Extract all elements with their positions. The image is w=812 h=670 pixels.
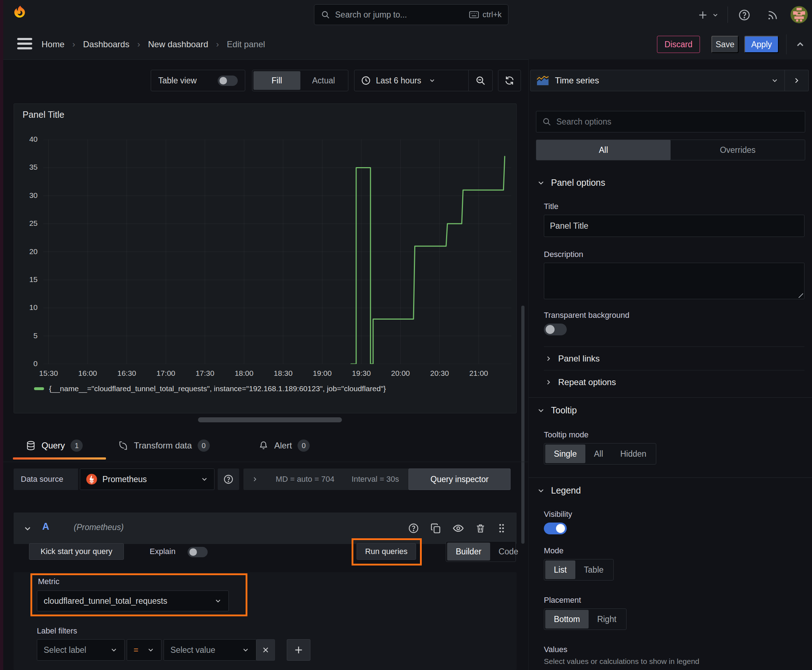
panel-title-input[interactable] — [544, 215, 805, 237]
chevron-down-icon — [214, 597, 222, 605]
datasource-help-button[interactable] — [218, 469, 239, 490]
query-help-button[interactable] — [408, 523, 419, 534]
chart-legend-item[interactable]: {__name__="cloudflared_tunnel_total_requ… — [34, 384, 386, 393]
breadcrumb-new-dashboard[interactable]: New dashboard — [148, 39, 208, 49]
time-range-picker[interactable]: Last 6 hours — [354, 70, 468, 91]
panel-links-section-header[interactable]: Panel links — [544, 354, 600, 364]
datasource-picker[interactable]: Prometheus — [80, 469, 214, 490]
user-avatar[interactable] — [790, 6, 808, 23]
legend-mode-list[interactable]: List — [545, 560, 575, 579]
collapse-header-button[interactable] — [792, 37, 809, 52]
run-queries-button[interactable]: Run queries — [357, 543, 416, 560]
legend-placement-right[interactable]: Right — [588, 610, 625, 628]
toggle-viz-suggestions-button[interactable] — [785, 70, 809, 91]
divider — [544, 347, 805, 347]
kick-start-query-button[interactable]: Kick start your query — [29, 543, 124, 560]
save-button[interactable]: Save — [711, 36, 739, 53]
refresh-icon — [504, 75, 515, 86]
active-tab-indicator — [13, 457, 106, 460]
help-button[interactable] — [736, 7, 753, 23]
metric-select[interactable]: cloudflared_tunnel_total_requests — [37, 590, 229, 611]
code-option[interactable]: Code — [490, 543, 527, 560]
breadcrumb-separator: › — [72, 39, 75, 49]
x-axis-label: 21:00 — [461, 369, 497, 377]
table-view-toggle[interactable]: Table view — [151, 70, 245, 91]
x-axis-label: 20:30 — [422, 369, 458, 377]
toggle-query-visibility-button[interactable] — [452, 522, 464, 535]
legend-visibility-switch[interactable] — [544, 523, 567, 535]
explain-switch[interactable] — [188, 547, 208, 557]
tab-alert[interactable]: Alert 0 — [258, 431, 310, 460]
repeat-options-heading: Repeat options — [558, 377, 616, 387]
legend-heading: Legend — [551, 485, 581, 496]
zoom-out-time-button[interactable] — [468, 70, 492, 91]
operator-dropdown[interactable]: = — [127, 639, 161, 661]
tab-overrides[interactable]: Overrides — [671, 140, 805, 160]
time-series-plot[interactable] — [43, 140, 511, 364]
options-filter-tabs: All Overrides — [536, 140, 805, 160]
search-icon — [321, 10, 330, 19]
delete-query-button[interactable] — [475, 523, 486, 534]
global-search-input[interactable]: Search or jump to... ctrl+k — [314, 4, 509, 25]
pane-resize-handle[interactable] — [198, 417, 342, 422]
remove-filter-button[interactable] — [256, 639, 275, 661]
apply-button[interactable]: Apply — [744, 36, 779, 53]
fill-option[interactable]: Fill — [253, 71, 300, 90]
scrollbar-thumb[interactable] — [521, 306, 524, 544]
collapse-query-button[interactable] — [22, 523, 34, 535]
transparent-background-switch[interactable] — [544, 323, 567, 335]
metric-value: cloudflared_tunnel_total_requests — [44, 596, 167, 606]
add-new-button[interactable] — [694, 7, 722, 23]
discard-button[interactable]: Discard — [657, 36, 700, 53]
duplicate-query-button[interactable] — [430, 523, 441, 534]
grafana-logo-icon[interactable] — [11, 4, 29, 24]
drag-query-handle[interactable] — [497, 523, 507, 534]
options-search-input[interactable]: Search options — [536, 111, 805, 132]
news-rss-button[interactable] — [764, 7, 780, 23]
legend-visibility-label: Visibility — [544, 510, 572, 519]
breadcrumb-home[interactable]: Home — [42, 39, 64, 49]
x-axis-label: 15:30 — [31, 369, 66, 377]
menu-toggle-button[interactable] — [17, 37, 33, 51]
panel-options-section-header[interactable]: Panel options — [537, 178, 605, 188]
tab-query[interactable]: Query 1 — [26, 431, 83, 460]
tooltip-mode-hidden[interactable]: Hidden — [612, 445, 655, 463]
chevron-right-icon — [251, 475, 258, 483]
copy-icon — [430, 523, 441, 534]
query-row-header[interactable]: A (Prometheus) — [14, 513, 517, 544]
section-divider — [529, 477, 812, 478]
builder-option[interactable]: Builder — [447, 543, 490, 560]
tab-transform-data[interactable]: Transform data 0 — [118, 431, 210, 460]
legend-mode-table[interactable]: Table — [575, 560, 612, 579]
breadcrumb-dashboards[interactable]: Dashboards — [83, 39, 129, 49]
tab-alert-label: Alert — [274, 441, 292, 451]
add-filter-button[interactable] — [287, 639, 310, 661]
chevron-down-icon — [537, 179, 545, 187]
y-axis-label: 40 — [15, 135, 37, 144]
search-shortcut: ctrl+k — [469, 10, 502, 19]
transform-icon — [118, 440, 128, 451]
title-label: Title — [544, 202, 559, 211]
breadcrumb-separator: › — [137, 39, 140, 49]
actual-option[interactable]: Actual — [300, 71, 347, 90]
repeat-options-section-header[interactable]: Repeat options — [544, 377, 616, 387]
select-label-dropdown[interactable]: Select label — [37, 639, 125, 661]
tab-alert-count: 0 — [298, 440, 310, 452]
y-axis-label: 30 — [15, 191, 37, 200]
legend-placement-bottom[interactable]: Bottom — [545, 610, 588, 628]
tab-all[interactable]: All — [536, 140, 671, 160]
refresh-button[interactable] — [498, 70, 521, 91]
query-inspector-button[interactable]: Query inspector — [409, 469, 510, 490]
select-value-placeholder: Select value — [170, 645, 215, 655]
select-value-dropdown[interactable]: Select value — [164, 639, 256, 661]
tooltip-heading: Tooltip — [551, 405, 577, 416]
tooltip-mode-single[interactable]: Single — [545, 445, 585, 463]
datasource-row: Data source Prometheus MD = auto = 704 I… — [14, 469, 517, 490]
legend-section-header[interactable]: Legend — [537, 485, 581, 496]
visualization-value: Time series — [555, 76, 765, 86]
panel-description-textarea[interactable] — [544, 263, 805, 299]
tooltip-section-header[interactable]: Tooltip — [537, 405, 577, 416]
visualization-select[interactable]: Time series — [531, 70, 785, 91]
table-view-switch[interactable] — [218, 76, 238, 86]
tooltip-mode-all[interactable]: All — [585, 445, 612, 463]
